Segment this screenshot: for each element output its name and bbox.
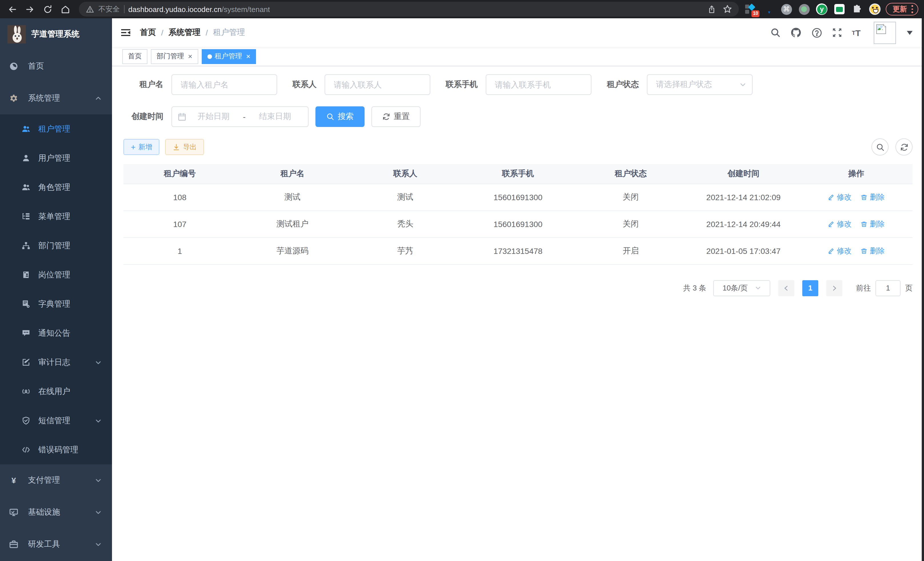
edit-link[interactable]: 修改 xyxy=(828,192,852,202)
url-text[interactable]: dashboard.yudao.iocoder.cn/system/tenant xyxy=(128,5,270,14)
table-row[interactable]: 107 测试租户 秃头 15601691300 关闭 2021-12-14 20… xyxy=(123,211,913,237)
contact-name-input[interactable] xyxy=(325,74,430,95)
table-row[interactable]: 108 测试 测试 15601691300 关闭 2021-12-14 21:0… xyxy=(123,183,913,211)
field-label: 联系手机 xyxy=(446,80,478,90)
sidebar-item-payment[interactable]: ¥ 支付管理 xyxy=(0,464,112,496)
sidebar-collapse-icon[interactable] xyxy=(112,18,140,47)
extensions-puzzle-icon[interactable] xyxy=(851,2,863,16)
reset-button[interactable]: 重置 xyxy=(371,106,421,127)
extension-diamond-icon[interactable]: 10 xyxy=(745,2,757,16)
sidebar-item-error-code[interactable]: 错误码管理 xyxy=(0,435,112,464)
prev-page-button[interactable] xyxy=(778,280,794,296)
not-secure-warning-icon xyxy=(86,5,94,14)
screen: 不安全 dashboard.yudao.iocoder.cn/system/te… xyxy=(0,0,924,561)
org-tree-icon xyxy=(22,241,30,250)
edit-link[interactable]: 修改 xyxy=(828,246,852,256)
chevron-down-icon xyxy=(95,541,102,548)
contact-mobile-input[interactable] xyxy=(486,74,591,95)
browser-reload-icon[interactable] xyxy=(40,2,56,17)
pencil-icon xyxy=(828,247,835,254)
sidebar-item-menu[interactable]: 菜单管理 xyxy=(0,202,112,231)
header-search-icon[interactable] xyxy=(770,27,780,38)
delete-link[interactable]: 删除 xyxy=(861,192,885,202)
breadcrumb-system[interactable]: 系统管理 xyxy=(169,27,201,38)
add-button[interactable]: + 新增 xyxy=(123,139,159,155)
tab-tenant[interactable]: 租户管理 × xyxy=(201,49,256,64)
show-search-toggle-icon[interactable] xyxy=(872,138,889,156)
top-navbar: 首页 / 系统管理 / 租户管理 xyxy=(112,18,924,47)
avatar-caret-icon[interactable] xyxy=(907,31,913,35)
browser-home-icon[interactable] xyxy=(58,2,73,17)
sidebar-item-system[interactable]: 系统管理 xyxy=(0,82,112,114)
browser-forward-icon[interactable] xyxy=(22,2,38,17)
payment-icon: ¥ xyxy=(9,476,18,485)
extension-badge: 10 xyxy=(752,10,760,17)
sidebar-item-online-users[interactable]: 在线用户 xyxy=(0,377,112,406)
close-icon[interactable]: × xyxy=(188,53,192,60)
page-number-button[interactable]: 1 xyxy=(802,280,818,296)
sidebar-item-user[interactable]: 用户管理 xyxy=(0,144,112,173)
help-icon[interactable] xyxy=(811,27,822,38)
extension-balloon-icon[interactable] xyxy=(762,2,775,16)
browser-menu-icon[interactable] xyxy=(911,5,913,13)
tab-home[interactable]: 首页 xyxy=(122,49,147,64)
sidebar: 芋道管理系统 首页 系统管理 xyxy=(0,18,112,561)
online-users-icon xyxy=(22,387,30,396)
breadcrumb-home[interactable]: 首页 xyxy=(140,27,156,38)
chevron-down-icon xyxy=(95,359,102,366)
column-header-create-time: 创建时间 xyxy=(687,164,800,183)
delete-link[interactable]: 删除 xyxy=(861,246,885,256)
extension-command-icon[interactable]: ⌘ xyxy=(780,2,793,16)
logo[interactable]: 芋道管理系统 xyxy=(0,18,112,50)
font-size-icon[interactable]: TT xyxy=(852,28,861,38)
sidebar-item-notice[interactable]: 通知公告 xyxy=(0,319,112,348)
sidebar-item-role[interactable]: 角色管理 xyxy=(0,173,112,202)
column-header-status: 租户状态 xyxy=(574,164,687,183)
share-icon[interactable] xyxy=(707,5,716,14)
delete-link[interactable]: 删除 xyxy=(861,219,885,229)
tab-dept[interactable]: 部门管理 × xyxy=(151,49,198,64)
sidebar-item-post[interactable]: 岗位管理 xyxy=(0,260,112,289)
table-toolbar: + 新增 导出 xyxy=(123,138,913,156)
page-size-select[interactable]: 10条/页 xyxy=(713,280,770,296)
sidebar-item-dev-tools[interactable]: 研发工具 xyxy=(0,528,112,560)
app-title: 芋道管理系统 xyxy=(32,29,80,39)
export-button[interactable]: 导出 xyxy=(165,139,204,155)
create-time-range-picker[interactable]: 开始日期 - 结束日期 xyxy=(171,106,309,127)
browser-update-button[interactable]: 更新 xyxy=(886,3,918,15)
extension-emoji-icon[interactable] xyxy=(868,2,881,16)
browser-back-icon[interactable] xyxy=(4,2,20,17)
sidebar-item-infrastructure[interactable]: 基础设施 xyxy=(0,496,112,528)
bookmark-star-icon[interactable] xyxy=(723,5,732,14)
table-row[interactable]: 1 芋道源码 芋艿 17321315478 开启 2021-01-05 17:0… xyxy=(123,237,913,264)
extension-record-icon[interactable] xyxy=(798,2,810,16)
gear-icon xyxy=(9,94,18,103)
tenant-name-input[interactable] xyxy=(171,74,277,95)
sidebar-item-home[interactable]: 首页 xyxy=(0,50,112,82)
select-caret-icon xyxy=(740,81,746,88)
sidebar-item-dict[interactable]: 字典管理 xyxy=(0,289,112,319)
sidebar-item-sms[interactable]: 短信管理 xyxy=(0,406,112,435)
extension-y-icon[interactable]: y xyxy=(815,2,828,16)
audit-log-icon xyxy=(22,358,30,367)
tenant-status-select[interactable]: 请选择租户状态 xyxy=(647,74,753,95)
chevron-left-icon xyxy=(783,284,790,291)
search-button[interactable]: 搜索 xyxy=(315,106,364,127)
sidebar-item-tenant[interactable]: 租户管理 xyxy=(0,114,112,144)
chevron-right-icon xyxy=(831,284,838,291)
address-bar[interactable]: 不安全 dashboard.yudao.iocoder.cn/system/te… xyxy=(79,2,739,17)
trash-icon xyxy=(861,247,868,254)
github-icon[interactable] xyxy=(790,27,801,38)
sidebar-item-audit-log[interactable]: 审计日志 xyxy=(0,348,112,377)
goto-page-input[interactable] xyxy=(875,280,901,296)
security-status-label[interactable]: 不安全 xyxy=(98,4,120,14)
refresh-table-icon[interactable] xyxy=(896,138,913,156)
next-page-button[interactable] xyxy=(826,280,842,296)
select-caret-icon xyxy=(754,285,761,291)
fullscreen-icon[interactable] xyxy=(832,27,842,38)
avatar[interactable] xyxy=(874,21,896,44)
extension-chat-icon[interactable] xyxy=(833,2,846,16)
edit-link[interactable]: 修改 xyxy=(828,219,852,229)
sidebar-item-dept[interactable]: 部门管理 xyxy=(0,231,112,260)
close-icon[interactable]: × xyxy=(246,53,250,60)
